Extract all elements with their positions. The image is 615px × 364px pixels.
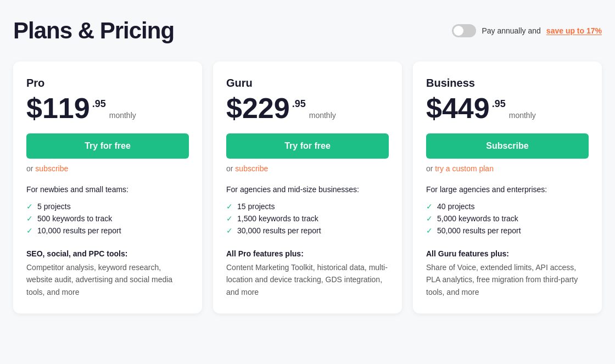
feature-text: 1,500 keywords to track bbox=[237, 214, 318, 223]
target-desc-guru: For agencies and mid-size businesses: bbox=[226, 184, 389, 195]
price-row-pro: $119 .95 monthly bbox=[26, 94, 189, 122]
price-row-business: $449 .95 monthly bbox=[426, 94, 589, 122]
extra-label-pro: SEO, social, and PPC tools: bbox=[26, 249, 189, 258]
alt-link-business: or try a custom plan bbox=[426, 164, 589, 173]
check-icon: ✓ bbox=[26, 202, 33, 211]
extra-desc-business: Share of Voice, extended limits, API acc… bbox=[426, 261, 589, 298]
feature-item: ✓ 15 projects bbox=[226, 202, 389, 211]
feature-text: 50,000 results per report bbox=[437, 226, 521, 235]
extra-label-business: All Guru features plus: bbox=[426, 249, 589, 258]
alt-link-anchor-business[interactable]: try a custom plan bbox=[435, 164, 494, 173]
feature-text: 10,000 results per report bbox=[37, 226, 121, 235]
page-title: Plans & Pricing bbox=[13, 18, 174, 44]
check-icon: ✓ bbox=[226, 202, 233, 211]
price-cents-guru: .95 bbox=[292, 98, 306, 110]
plan-name-business: Business bbox=[426, 77, 589, 89]
target-desc-business: For large agencies and enterprises: bbox=[426, 184, 589, 195]
check-icon: ✓ bbox=[226, 226, 233, 235]
price-main-guru: $229 bbox=[226, 94, 290, 122]
plan-name-pro: Pro bbox=[26, 77, 189, 89]
feature-item: ✓ 5,000 keywords to track bbox=[426, 214, 589, 223]
feature-text: 500 keywords to track bbox=[37, 214, 112, 223]
price-period-guru: monthly bbox=[309, 111, 336, 120]
plan-card-guru: Guru $229 .95 monthly Try for free or su… bbox=[213, 61, 402, 313]
cta-button-pro[interactable]: Try for free bbox=[26, 133, 189, 159]
page-header: Plans & Pricing Pay annually and save up… bbox=[13, 18, 602, 44]
plan-name-guru: Guru bbox=[226, 77, 389, 89]
feature-text: 40 projects bbox=[437, 202, 474, 211]
feature-text: 30,000 results per report bbox=[237, 226, 321, 235]
feature-item: ✓ 5 projects bbox=[26, 202, 189, 211]
price-main-pro: $119 bbox=[26, 94, 90, 122]
cta-button-guru[interactable]: Try for free bbox=[226, 133, 389, 159]
features-list-guru: ✓ 15 projects ✓ 1,500 keywords to track … bbox=[226, 202, 389, 238]
feature-item: ✓ 500 keywords to track bbox=[26, 214, 189, 223]
alt-link-guru: or subscribe bbox=[226, 164, 389, 173]
save-percentage-text: save up to 17% bbox=[546, 26, 602, 35]
features-list-business: ✓ 40 projects ✓ 5,000 keywords to track … bbox=[426, 202, 589, 238]
price-main-business: $449 bbox=[426, 94, 490, 122]
extra-desc-pro: Competitor analysis, keyword research, w… bbox=[26, 261, 189, 298]
check-icon: ✓ bbox=[426, 214, 433, 223]
billing-toggle-area: Pay annually and save up to 17% bbox=[452, 24, 602, 37]
check-icon: ✓ bbox=[226, 214, 233, 223]
price-cents-pro: .95 bbox=[92, 98, 106, 110]
feature-text: 5 projects bbox=[37, 202, 71, 211]
feature-text: 15 projects bbox=[237, 202, 275, 211]
alt-link-anchor-pro[interactable]: subscribe bbox=[35, 164, 68, 173]
extra-desc-guru: Content Marketing Toolkit, historical da… bbox=[226, 261, 389, 298]
feature-item: ✓ 40 projects bbox=[426, 202, 589, 211]
check-icon: ✓ bbox=[426, 202, 433, 211]
feature-item: ✓ 50,000 results per report bbox=[426, 226, 589, 235]
price-cents-business: .95 bbox=[492, 98, 506, 110]
check-icon: ✓ bbox=[26, 226, 33, 235]
feature-item: ✓ 30,000 results per report bbox=[226, 226, 389, 235]
annual-billing-toggle[interactable] bbox=[452, 24, 476, 37]
target-desc-pro: For newbies and small teams: bbox=[26, 184, 189, 195]
cta-button-business[interactable]: Subscribe bbox=[426, 133, 589, 159]
alt-link-pro: or subscribe bbox=[26, 164, 189, 173]
plan-card-pro: Pro $119 .95 monthly Try for free or sub… bbox=[13, 61, 202, 313]
feature-text: 5,000 keywords to track bbox=[437, 214, 518, 223]
price-period-business: monthly bbox=[509, 111, 536, 120]
alt-link-anchor-guru[interactable]: subscribe bbox=[235, 164, 268, 173]
features-list-pro: ✓ 5 projects ✓ 500 keywords to track ✓ 1… bbox=[26, 202, 189, 238]
price-period-pro: monthly bbox=[109, 111, 136, 120]
extra-label-guru: All Pro features plus: bbox=[226, 249, 389, 258]
feature-item: ✓ 1,500 keywords to track bbox=[226, 214, 389, 223]
check-icon: ✓ bbox=[26, 214, 33, 223]
feature-item: ✓ 10,000 results per report bbox=[26, 226, 189, 235]
price-row-guru: $229 .95 monthly bbox=[226, 94, 389, 122]
plans-grid: Pro $119 .95 monthly Try for free or sub… bbox=[13, 61, 602, 313]
toggle-label-text: Pay annually and bbox=[482, 26, 540, 35]
check-icon: ✓ bbox=[426, 226, 433, 235]
plan-card-business: Business $449 .95 monthly Subscribe or t… bbox=[413, 61, 602, 313]
